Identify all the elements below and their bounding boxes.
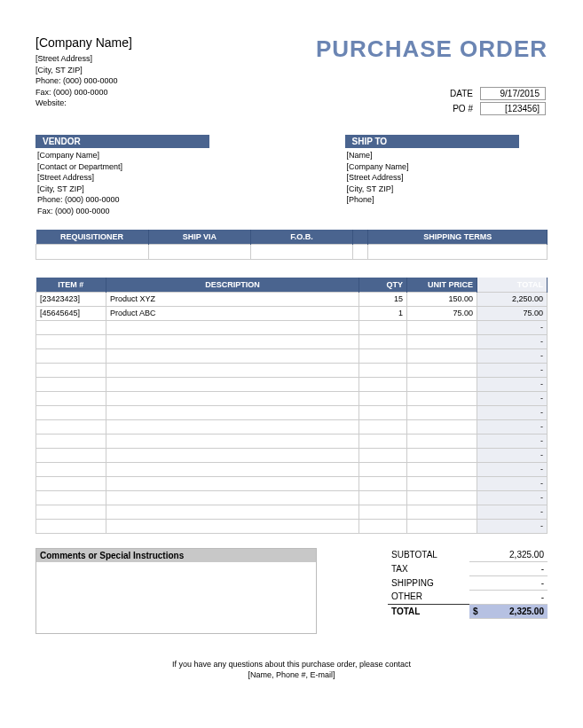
cell-price xyxy=(407,490,477,505)
cell-item xyxy=(36,405,106,419)
divider-header xyxy=(353,230,368,245)
cell-price xyxy=(407,320,477,334)
cell-total: - xyxy=(477,405,548,419)
tax-label: TAX xyxy=(388,561,469,575)
cell-desc xyxy=(106,363,359,377)
subtotal-value: 2,325.00 xyxy=(469,548,548,562)
cell-desc xyxy=(106,476,359,490)
address-row: VENDOR [Company Name] [Contact or Depart… xyxy=(35,135,548,217)
vendor-line: Fax: (000) 000-0000 xyxy=(35,206,239,217)
item-row: - xyxy=(36,391,548,405)
cell-desc: Product XYZ xyxy=(106,292,359,306)
cell-qty: 15 xyxy=(359,292,407,306)
purchase-order-page: [Company Name] [Street Address] [City, S… xyxy=(0,0,583,716)
cell-desc xyxy=(106,448,359,462)
cell-desc xyxy=(106,462,359,476)
cell-total: - xyxy=(477,363,548,377)
company-block: [Company Name] [Street Address] [City, S… xyxy=(35,35,316,109)
cell-desc xyxy=(106,405,359,419)
cell-item xyxy=(36,490,106,505)
cell-item xyxy=(36,334,106,348)
cell-qty: 1 xyxy=(359,306,407,320)
cell-price xyxy=(407,462,477,476)
cell-desc xyxy=(106,320,359,334)
shipping-label: SHIPPING xyxy=(388,575,469,590)
cell-total: - xyxy=(477,334,548,348)
total-header: TOTAL xyxy=(477,278,548,293)
phone-label: Phone: xyxy=(35,76,61,85)
cell-total: - xyxy=(477,448,548,462)
total-amount: 2,325.00 xyxy=(509,607,544,616)
footer-line1: If you have any questions about this pur… xyxy=(35,659,548,670)
cell-desc: Product ABC xyxy=(106,306,359,320)
cell-total: - xyxy=(477,348,548,363)
date-value: 9/17/2015 xyxy=(480,87,546,100)
cell-price xyxy=(407,363,477,377)
cell-total: - xyxy=(477,462,548,476)
item-row: - xyxy=(36,377,548,391)
cell-price xyxy=(407,405,477,419)
vendor-line: [Street Address] xyxy=(35,172,239,184)
cell-desc xyxy=(106,490,359,505)
header: [Company Name] [Street Address] [City, S… xyxy=(35,35,548,117)
vendor-section: VENDOR [Company Name] [Contact or Depart… xyxy=(35,135,239,217)
cell-desc xyxy=(106,377,359,391)
cell-qty xyxy=(359,490,407,505)
subtotal-label: SUBTOTAL xyxy=(388,548,469,562)
cell-item xyxy=(36,419,106,434)
vendor-line: [City, ST ZIP] xyxy=(35,184,239,195)
cell-desc xyxy=(106,391,359,405)
totals-block: SUBTOTAL 2,325.00 TAX - SHIPPING - OTHER… xyxy=(388,548,548,634)
cell-item xyxy=(36,462,106,476)
company-street: [Street Address] xyxy=(35,53,316,65)
fax-label: Fax: xyxy=(35,88,51,97)
comments-box: Comments or Special Instructions xyxy=(35,548,317,634)
shipto-header: SHIP TO xyxy=(345,135,519,148)
company-phone: Phone: (000) 000-0000 xyxy=(35,75,316,87)
cell-price xyxy=(407,505,477,519)
title-block: PURCHASE ORDER DATE 9/17/2015 PO # [1234… xyxy=(316,35,548,117)
cell-qty xyxy=(359,519,407,533)
shipvia-header: SHIP VIA xyxy=(148,230,250,245)
cell-item xyxy=(36,320,106,334)
cell-price xyxy=(407,334,477,348)
company-citystzip: [City, ST ZIP] xyxy=(35,65,316,76)
shipping-table: REQUISITIONER SHIP VIA F.O.B. SHIPPING T… xyxy=(35,230,548,260)
cell-desc xyxy=(106,334,359,348)
vendor-line: [Contact or Department] xyxy=(35,161,239,173)
cell-item xyxy=(36,391,106,405)
items-table: ITEM # DESCRIPTION QTY UNIT PRICE TOTAL … xyxy=(35,278,548,534)
item-row: - xyxy=(36,320,548,334)
cell-total: - xyxy=(477,391,548,405)
vendor-line: Phone: (000) 000-0000 xyxy=(35,194,239,206)
desc-header: DESCRIPTION xyxy=(106,278,359,293)
cell-price xyxy=(407,391,477,405)
vendor-line: [Company Name] xyxy=(35,150,239,161)
phone-value: (000) 000-0000 xyxy=(63,76,118,85)
cell-total: - xyxy=(477,419,548,434)
footer: If you have any questions about this pur… xyxy=(35,659,548,681)
cell-item: [23423423] xyxy=(36,292,106,306)
shipto-line: [Name] xyxy=(345,150,548,161)
cell-qty xyxy=(359,363,407,377)
cell-desc xyxy=(106,505,359,519)
cell-price xyxy=(407,519,477,533)
cell-item xyxy=(36,476,106,490)
cell-price xyxy=(407,476,477,490)
cell-item xyxy=(36,448,106,462)
cell-price xyxy=(407,448,477,462)
cell-qty xyxy=(359,419,407,434)
req-header: REQUISITIONER xyxy=(36,230,149,245)
other-label: OTHER xyxy=(388,590,469,604)
cell-price xyxy=(407,348,477,363)
qty-header: QTY xyxy=(359,278,407,293)
item-row: [23423423]Product XYZ15150.002,250.00 xyxy=(36,292,548,306)
cell-qty xyxy=(359,476,407,490)
cell-qty xyxy=(359,377,407,391)
cell-price xyxy=(407,419,477,434)
cell-qty xyxy=(359,405,407,419)
item-row: [45645645]Product ABC175.0075.00 xyxy=(36,306,548,320)
shipping-value: - xyxy=(469,575,548,590)
cell-total: - xyxy=(477,490,548,505)
item-row: - xyxy=(36,434,548,448)
